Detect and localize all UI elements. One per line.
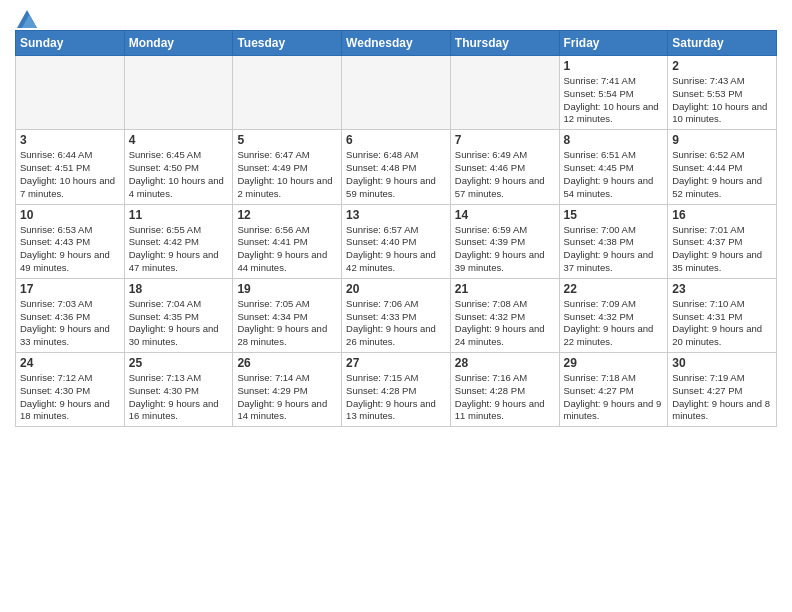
week-row-4: 24Sunrise: 7:12 AM Sunset: 4:30 PM Dayli…	[16, 353, 777, 427]
calendar-cell: 22Sunrise: 7:09 AM Sunset: 4:32 PM Dayli…	[559, 278, 668, 352]
calendar-cell: 13Sunrise: 6:57 AM Sunset: 4:40 PM Dayli…	[342, 204, 451, 278]
day-info: Sunrise: 7:05 AM Sunset: 4:34 PM Dayligh…	[237, 298, 337, 349]
day-info: Sunrise: 7:04 AM Sunset: 4:35 PM Dayligh…	[129, 298, 229, 349]
calendar-cell: 4Sunrise: 6:45 AM Sunset: 4:50 PM Daylig…	[124, 130, 233, 204]
calendar-cell: 10Sunrise: 6:53 AM Sunset: 4:43 PM Dayli…	[16, 204, 125, 278]
day-number: 22	[564, 282, 664, 296]
day-number: 26	[237, 356, 337, 370]
day-info: Sunrise: 7:09 AM Sunset: 4:32 PM Dayligh…	[564, 298, 664, 349]
day-number: 29	[564, 356, 664, 370]
day-number: 18	[129, 282, 229, 296]
day-info: Sunrise: 7:18 AM Sunset: 4:27 PM Dayligh…	[564, 372, 664, 423]
day-number: 4	[129, 133, 229, 147]
calendar-cell: 26Sunrise: 7:14 AM Sunset: 4:29 PM Dayli…	[233, 353, 342, 427]
day-info: Sunrise: 7:00 AM Sunset: 4:38 PM Dayligh…	[564, 224, 664, 275]
day-header-saturday: Saturday	[668, 31, 777, 56]
day-number: 7	[455, 133, 555, 147]
day-header-sunday: Sunday	[16, 31, 125, 56]
calendar-cell	[342, 56, 451, 130]
day-info: Sunrise: 7:14 AM Sunset: 4:29 PM Dayligh…	[237, 372, 337, 423]
day-header-wednesday: Wednesday	[342, 31, 451, 56]
day-info: Sunrise: 7:19 AM Sunset: 4:27 PM Dayligh…	[672, 372, 772, 423]
day-header-thursday: Thursday	[450, 31, 559, 56]
day-number: 1	[564, 59, 664, 73]
day-info: Sunrise: 6:44 AM Sunset: 4:51 PM Dayligh…	[20, 149, 120, 200]
day-header-monday: Monday	[124, 31, 233, 56]
day-info: Sunrise: 7:16 AM Sunset: 4:28 PM Dayligh…	[455, 372, 555, 423]
day-info: Sunrise: 7:01 AM Sunset: 4:37 PM Dayligh…	[672, 224, 772, 275]
calendar-cell: 2Sunrise: 7:43 AM Sunset: 5:53 PM Daylig…	[668, 56, 777, 130]
day-info: Sunrise: 7:41 AM Sunset: 5:54 PM Dayligh…	[564, 75, 664, 126]
day-info: Sunrise: 7:15 AM Sunset: 4:28 PM Dayligh…	[346, 372, 446, 423]
day-number: 16	[672, 208, 772, 222]
calendar-cell: 25Sunrise: 7:13 AM Sunset: 4:30 PM Dayli…	[124, 353, 233, 427]
calendar-cell: 5Sunrise: 6:47 AM Sunset: 4:49 PM Daylig…	[233, 130, 342, 204]
calendar-cell: 3Sunrise: 6:44 AM Sunset: 4:51 PM Daylig…	[16, 130, 125, 204]
day-number: 13	[346, 208, 446, 222]
day-number: 12	[237, 208, 337, 222]
calendar-cell	[124, 56, 233, 130]
day-info: Sunrise: 6:56 AM Sunset: 4:41 PM Dayligh…	[237, 224, 337, 275]
day-info: Sunrise: 6:53 AM Sunset: 4:43 PM Dayligh…	[20, 224, 120, 275]
day-info: Sunrise: 6:55 AM Sunset: 4:42 PM Dayligh…	[129, 224, 229, 275]
day-number: 27	[346, 356, 446, 370]
day-number: 30	[672, 356, 772, 370]
day-number: 3	[20, 133, 120, 147]
day-info: Sunrise: 7:10 AM Sunset: 4:31 PM Dayligh…	[672, 298, 772, 349]
day-number: 24	[20, 356, 120, 370]
calendar-cell: 12Sunrise: 6:56 AM Sunset: 4:41 PM Dayli…	[233, 204, 342, 278]
day-info: Sunrise: 6:51 AM Sunset: 4:45 PM Dayligh…	[564, 149, 664, 200]
calendar-cell: 18Sunrise: 7:04 AM Sunset: 4:35 PM Dayli…	[124, 278, 233, 352]
calendar-cell: 29Sunrise: 7:18 AM Sunset: 4:27 PM Dayli…	[559, 353, 668, 427]
page-container: SundayMondayTuesdayWednesdayThursdayFrid…	[0, 0, 792, 437]
day-number: 23	[672, 282, 772, 296]
week-row-0: 1Sunrise: 7:41 AM Sunset: 5:54 PM Daylig…	[16, 56, 777, 130]
calendar-cell: 15Sunrise: 7:00 AM Sunset: 4:38 PM Dayli…	[559, 204, 668, 278]
calendar-cell: 8Sunrise: 6:51 AM Sunset: 4:45 PM Daylig…	[559, 130, 668, 204]
day-number: 20	[346, 282, 446, 296]
header-row: SundayMondayTuesdayWednesdayThursdayFrid…	[16, 31, 777, 56]
calendar-table: SundayMondayTuesdayWednesdayThursdayFrid…	[15, 30, 777, 427]
calendar-cell	[233, 56, 342, 130]
day-number: 19	[237, 282, 337, 296]
week-row-1: 3Sunrise: 6:44 AM Sunset: 4:51 PM Daylig…	[16, 130, 777, 204]
calendar-cell: 19Sunrise: 7:05 AM Sunset: 4:34 PM Dayli…	[233, 278, 342, 352]
calendar-cell: 21Sunrise: 7:08 AM Sunset: 4:32 PM Dayli…	[450, 278, 559, 352]
day-number: 11	[129, 208, 229, 222]
day-info: Sunrise: 7:08 AM Sunset: 4:32 PM Dayligh…	[455, 298, 555, 349]
day-info: Sunrise: 6:59 AM Sunset: 4:39 PM Dayligh…	[455, 224, 555, 275]
calendar-cell: 16Sunrise: 7:01 AM Sunset: 4:37 PM Dayli…	[668, 204, 777, 278]
day-info: Sunrise: 6:45 AM Sunset: 4:50 PM Dayligh…	[129, 149, 229, 200]
day-info: Sunrise: 7:06 AM Sunset: 4:33 PM Dayligh…	[346, 298, 446, 349]
day-info: Sunrise: 7:12 AM Sunset: 4:30 PM Dayligh…	[20, 372, 120, 423]
calendar-cell: 1Sunrise: 7:41 AM Sunset: 5:54 PM Daylig…	[559, 56, 668, 130]
calendar-cell: 14Sunrise: 6:59 AM Sunset: 4:39 PM Dayli…	[450, 204, 559, 278]
day-info: Sunrise: 6:49 AM Sunset: 4:46 PM Dayligh…	[455, 149, 555, 200]
calendar-cell: 17Sunrise: 7:03 AM Sunset: 4:36 PM Dayli…	[16, 278, 125, 352]
day-number: 14	[455, 208, 555, 222]
day-number: 2	[672, 59, 772, 73]
day-number: 8	[564, 133, 664, 147]
calendar-cell: 7Sunrise: 6:49 AM Sunset: 4:46 PM Daylig…	[450, 130, 559, 204]
week-row-2: 10Sunrise: 6:53 AM Sunset: 4:43 PM Dayli…	[16, 204, 777, 278]
week-row-3: 17Sunrise: 7:03 AM Sunset: 4:36 PM Dayli…	[16, 278, 777, 352]
day-header-tuesday: Tuesday	[233, 31, 342, 56]
day-number: 10	[20, 208, 120, 222]
day-number: 25	[129, 356, 229, 370]
logo-icon	[17, 10, 37, 28]
calendar-cell: 24Sunrise: 7:12 AM Sunset: 4:30 PM Dayli…	[16, 353, 125, 427]
day-info: Sunrise: 7:03 AM Sunset: 4:36 PM Dayligh…	[20, 298, 120, 349]
logo	[15, 10, 37, 22]
calendar-cell: 28Sunrise: 7:16 AM Sunset: 4:28 PM Dayli…	[450, 353, 559, 427]
day-number: 9	[672, 133, 772, 147]
calendar-cell	[16, 56, 125, 130]
day-number: 28	[455, 356, 555, 370]
calendar-cell: 11Sunrise: 6:55 AM Sunset: 4:42 PM Dayli…	[124, 204, 233, 278]
day-number: 6	[346, 133, 446, 147]
day-info: Sunrise: 6:52 AM Sunset: 4:44 PM Dayligh…	[672, 149, 772, 200]
calendar-cell	[450, 56, 559, 130]
calendar-cell: 23Sunrise: 7:10 AM Sunset: 4:31 PM Dayli…	[668, 278, 777, 352]
day-number: 17	[20, 282, 120, 296]
header	[15, 10, 777, 22]
day-info: Sunrise: 6:47 AM Sunset: 4:49 PM Dayligh…	[237, 149, 337, 200]
